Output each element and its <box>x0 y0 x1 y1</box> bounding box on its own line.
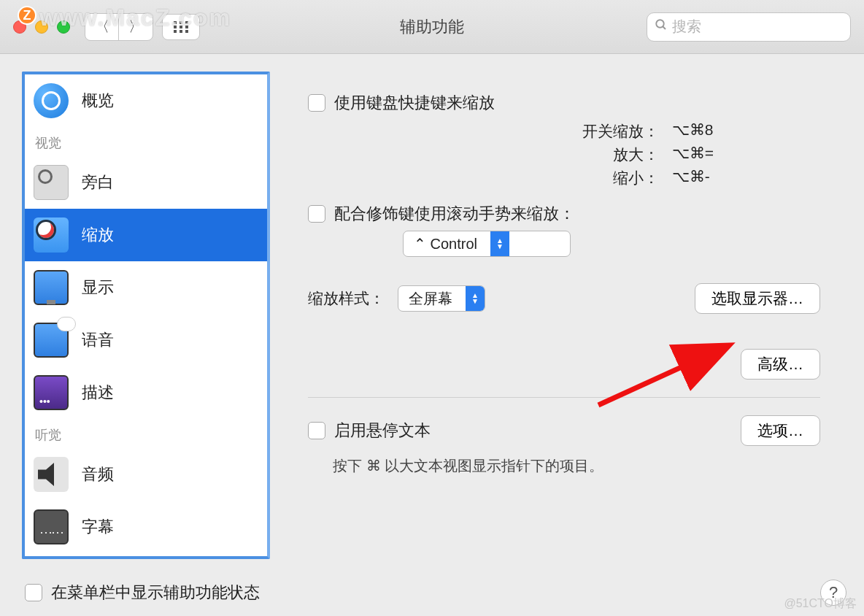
sidebar-item-label: 语音 <box>82 329 114 351</box>
svg-rect-6 <box>174 30 177 33</box>
modifier-key-dropdown[interactable]: ⌃ Control ▲▼ <box>403 231 571 257</box>
options-button[interactable]: 选项… <box>741 415 820 446</box>
sidebar-item-label: 缩放 <box>82 224 114 246</box>
nav-back-button[interactable]: 〈 <box>85 14 119 40</box>
svg-rect-5 <box>185 26 188 28</box>
hover-text-label: 启用悬停文本 <box>334 420 431 442</box>
divider <box>308 397 820 398</box>
audio-icon <box>34 457 69 492</box>
search-field[interactable] <box>647 12 851 42</box>
zoom-in-label: 放大： <box>476 145 659 165</box>
scroll-gesture-row: 配合修饰键使用滚动手势来缩放： <box>308 203 820 225</box>
menubar-status-checkbox[interactable] <box>25 584 42 601</box>
sidebar-item-voiceover[interactable]: 旁白 <box>25 156 267 209</box>
sidebar-item-audio[interactable]: 音频 <box>25 448 267 501</box>
fullscreen-window-button[interactable] <box>57 20 70 34</box>
sidebar[interactable]: 概览 视觉 旁白 缩放 显示 语音 描述 听觉 音频 字幕 <box>22 72 270 559</box>
content-area: 概览 视觉 旁白 缩放 显示 语音 描述 听觉 音频 字幕 <box>0 54 864 566</box>
use-shortcuts-row: 使用键盘快捷键来缩放 <box>308 92 820 114</box>
sidebar-section-hearing: 听觉 <box>25 419 267 448</box>
svg-line-10 <box>663 26 666 29</box>
footer: 在菜单栏中显示辅助功能状态 ? <box>25 580 846 606</box>
svg-rect-7 <box>180 30 182 33</box>
accessibility-icon <box>34 83 69 118</box>
sidebar-item-speech[interactable]: 语音 <box>25 314 267 366</box>
svg-rect-1 <box>180 21 182 24</box>
svg-rect-8 <box>185 30 188 33</box>
nav-back-forward: 〈 〉 <box>85 13 153 41</box>
sidebar-item-label: 概览 <box>82 90 114 112</box>
svg-rect-4 <box>180 26 182 28</box>
toolbar: 〈 〉 辅助功能 <box>0 0 864 54</box>
sidebar-item-label: 描述 <box>82 382 114 404</box>
sidebar-item-label: 字幕 <box>82 516 114 538</box>
sidebar-item-captions[interactable]: 字幕 <box>25 501 267 553</box>
sidebar-item-overview[interactable]: 概览 <box>25 74 267 127</box>
descriptions-icon <box>34 375 69 410</box>
svg-point-9 <box>656 20 664 28</box>
window-title: 辅助功能 <box>400 16 464 38</box>
use-shortcuts-checkbox[interactable] <box>308 94 325 112</box>
show-all-button[interactable] <box>162 14 200 40</box>
search-icon <box>655 18 668 35</box>
svg-rect-0 <box>174 21 177 24</box>
sidebar-item-label: 旁白 <box>82 172 114 193</box>
scroll-gesture-label: 配合修饰键使用滚动手势来缩放： <box>334 203 575 225</box>
svg-rect-3 <box>174 26 177 28</box>
sidebar-section-vision: 视觉 <box>25 127 267 156</box>
toggle-zoom-value: ⌥⌘8 <box>672 121 820 142</box>
svg-rect-2 <box>185 21 188 24</box>
settings-pane: 使用键盘快捷键来缩放 开关缩放： ⌥⌘8 放大： ⌥⌘= 缩小： ⌥⌘- 配合修… <box>286 72 842 559</box>
hover-text-checkbox[interactable] <box>308 422 325 439</box>
toggle-zoom-label: 开关缩放： <box>476 121 659 142</box>
chevron-updown-icon: ▲▼ <box>490 231 509 256</box>
minimize-window-button[interactable] <box>35 20 48 34</box>
window-controls <box>13 20 70 34</box>
hover-text-hint: 按下 ⌘ 以大文本视图显示指针下的项目。 <box>333 456 820 476</box>
sidebar-item-label: 显示 <box>82 277 114 299</box>
zoom-style-label: 缩放样式： <box>308 288 385 309</box>
choose-display-button[interactable]: 选取显示器… <box>695 283 820 314</box>
shortcut-list: 开关缩放： ⌥⌘8 放大： ⌥⌘= 缩小： ⌥⌘- <box>476 121 820 188</box>
grid-icon <box>174 21 188 33</box>
help-button[interactable]: ? <box>820 580 846 606</box>
zoom-style-value: 全屏幕 <box>398 289 466 309</box>
advanced-button[interactable]: 高级… <box>741 349 820 380</box>
scroll-gesture-checkbox[interactable] <box>308 205 325 223</box>
sidebar-item-label: 音频 <box>82 463 114 485</box>
speech-icon <box>34 323 69 358</box>
nav-forward-button[interactable]: 〉 <box>119 14 153 40</box>
captions-icon <box>34 509 69 544</box>
display-icon <box>34 270 69 305</box>
zoom-icon <box>34 217 69 253</box>
zoom-out-value: ⌥⌘- <box>672 168 820 188</box>
menubar-status-label: 在菜单栏中显示辅助功能状态 <box>51 582 260 604</box>
modifier-key-value: ⌃ Control <box>404 235 490 253</box>
search-input[interactable] <box>672 18 857 35</box>
use-shortcuts-label: 使用键盘快捷键来缩放 <box>334 92 495 114</box>
sidebar-item-descriptions[interactable]: 描述 <box>25 366 267 419</box>
zoom-style-dropdown[interactable]: 全屏幕 ▲▼ <box>398 285 485 312</box>
sidebar-item-display[interactable]: 显示 <box>25 261 267 314</box>
close-window-button[interactable] <box>13 20 26 34</box>
sidebar-item-zoom[interactable]: 缩放 <box>25 209 267 261</box>
zoom-out-label: 缩小： <box>476 168 659 188</box>
voiceover-icon <box>34 165 69 200</box>
zoom-in-value: ⌥⌘= <box>672 145 820 165</box>
chevron-updown-icon: ▲▼ <box>466 286 485 311</box>
